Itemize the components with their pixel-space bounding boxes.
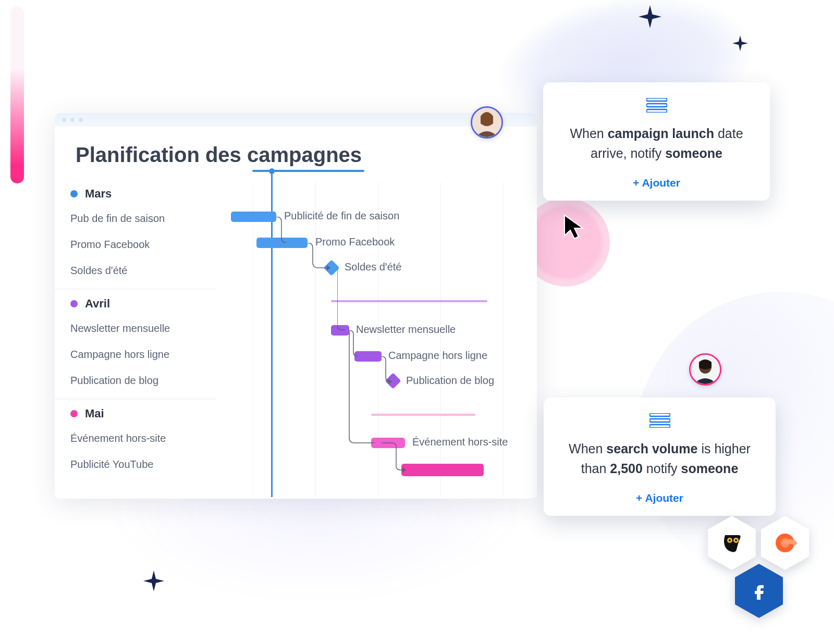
sparkle-icon <box>143 571 164 591</box>
automation-card[interactable]: When search volume is higher than 2,500 … <box>544 398 776 516</box>
sidebar-task[interactable]: Pub de fin de saison <box>70 205 211 231</box>
task-label: Événement hors-site <box>70 432 166 444</box>
automation-rule-text: When search volume is higher than 2,500 … <box>562 439 757 478</box>
month-dot-icon <box>70 410 78 417</box>
grid-line <box>315 182 316 497</box>
group-span <box>331 300 487 302</box>
integration-hootsuite-icon[interactable] <box>708 516 756 570</box>
svg-rect-2 <box>646 98 667 101</box>
month-header-mars[interactable]: Mars <box>70 182 211 205</box>
traffic-light-dot <box>79 118 83 122</box>
window-titlebar <box>55 113 537 127</box>
gantt-body: Mars Pub de fin de saison Promo Facebook… <box>55 182 537 497</box>
bar-label: Événement hors-site <box>412 436 508 448</box>
task-label: Publication de blog <box>70 375 158 387</box>
sidebar-task[interactable]: Newsletter mensuelle <box>70 315 211 341</box>
list-icon <box>562 413 757 428</box>
svg-rect-6 <box>649 419 670 422</box>
avatar[interactable] <box>471 106 503 139</box>
task-label: Campagne hors ligne <box>70 349 169 361</box>
svg-rect-3 <box>646 104 667 107</box>
task-label: Newsletter mensuelle <box>70 323 170 335</box>
dependency-line <box>276 217 289 243</box>
traffic-light-dot <box>62 118 66 122</box>
gantt-bar[interactable] <box>401 464 484 476</box>
integration-facebook-icon[interactable] <box>735 564 783 618</box>
automation-rule-text: When campaign launch date arrive, notify… <box>562 124 751 163</box>
sidebar-task[interactable]: Publication de blog <box>70 367 211 393</box>
add-automation-button[interactable]: + Ajouter <box>633 177 680 189</box>
divider <box>55 289 216 289</box>
traffic-light-dot <box>70 118 75 122</box>
bar-label: Publicité de fin de saison <box>284 210 399 222</box>
task-label: Soldes d'été <box>70 265 127 277</box>
gantt-window: Planification des campagnes Mars Pub de … <box>55 113 537 499</box>
gantt-sidebar: Mars Pub de fin de saison Promo Facebook… <box>55 182 211 497</box>
month-header-avril[interactable]: Avril <box>70 292 211 315</box>
bar-label: Campagne hors ligne <box>388 350 487 362</box>
sidebar-task[interactable]: Promo Facebook <box>70 231 211 257</box>
dependency-line <box>348 330 377 444</box>
sidebar-task[interactable]: Publicité YouTube <box>70 451 211 477</box>
svg-point-10 <box>729 539 731 541</box>
svg-point-11 <box>735 539 737 541</box>
grid-line <box>253 182 253 497</box>
month-header-mai[interactable]: Mai <box>70 402 211 425</box>
svg-rect-4 <box>646 109 667 113</box>
month-dot-icon <box>70 190 78 197</box>
sidebar-task[interactable]: Événement hors-site <box>70 425 211 451</box>
arrow-icon <box>402 467 406 473</box>
grid-line <box>378 182 378 497</box>
dependency-line <box>382 441 408 470</box>
sparkle-icon <box>639 5 661 28</box>
gantt-chart[interactable]: Publicité de fin de saison Promo Faceboo… <box>222 182 537 497</box>
month-dot-icon <box>70 300 78 307</box>
pink-gradient-bar <box>10 6 24 183</box>
page-title: Planification des campagnes <box>55 127 537 182</box>
divider <box>55 399 216 399</box>
avatar[interactable] <box>689 353 721 386</box>
dependency-line <box>337 268 348 331</box>
cursor-icon <box>563 214 587 244</box>
task-label: Publicité YouTube <box>70 459 153 470</box>
dependency-line <box>382 356 392 381</box>
sparkle-icon <box>732 35 748 51</box>
task-label: Promo Facebook <box>70 239 150 251</box>
month-label: Mars <box>85 187 112 201</box>
add-automation-button[interactable]: + Ajouter <box>636 492 683 504</box>
bar-label: Publication de blog <box>406 375 494 387</box>
group-span <box>371 414 475 416</box>
automation-card[interactable]: When campaign launch date arrive, notify… <box>543 82 770 201</box>
grid-line <box>440 182 441 497</box>
list-icon <box>562 98 751 113</box>
bar-label: Soldes d'été <box>345 261 401 273</box>
svg-rect-5 <box>649 413 670 416</box>
task-label: Pub de fin de saison <box>70 213 165 225</box>
integration-semrush-icon[interactable] <box>761 516 809 570</box>
gantt-bar[interactable] <box>231 212 276 222</box>
arrow-icon <box>388 379 392 384</box>
svg-rect-7 <box>649 425 670 428</box>
month-label: Avril <box>85 297 110 311</box>
sidebar-task[interactable]: Soldes d'été <box>70 257 211 283</box>
grid-line <box>503 182 504 497</box>
sidebar-task[interactable]: Campagne hors ligne <box>70 341 211 367</box>
arrow-icon <box>327 265 330 270</box>
month-label: Mai <box>85 407 104 420</box>
